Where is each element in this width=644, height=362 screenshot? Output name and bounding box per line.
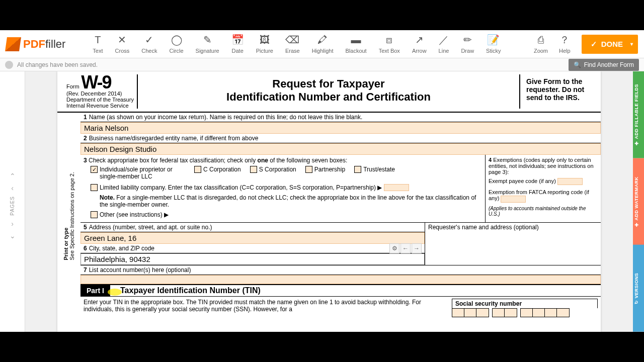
draw-tool[interactable]: ✏Draw [461, 35, 474, 54]
logo-mark-icon [5, 37, 21, 51]
fatca-code-field[interactable] [501, 196, 526, 203]
checkbox-individual[interactable]: ✓ [91, 166, 98, 173]
arrow-icon: ↗ [415, 35, 424, 46]
right-rail: ✚ ADD FILLABLE FIELDS ✚ ADD WATERMARK ↻ … [633, 71, 644, 332]
arrow-tool[interactable]: ↗Arrow [412, 35, 427, 54]
highlight-tool[interactable]: 🖍Highlight [312, 35, 334, 54]
textbox-tool[interactable]: ⧈Text Box [379, 35, 400, 54]
toolbar: PDFfiller TText✕Cross✓Check◯Circle✎Signa… [0, 30, 644, 58]
date-tool[interactable]: 📅Date [231, 35, 244, 54]
search-icon: 🔍 [574, 61, 581, 68]
form-number: W-9 [81, 72, 111, 93]
sticky-icon: 📝 [487, 35, 500, 46]
circle-icon: ◯ [171, 35, 182, 46]
cross-icon: ✕ [118, 35, 126, 46]
checkbox-other[interactable] [91, 211, 98, 218]
checkbox-ccorp[interactable] [194, 166, 201, 173]
document-page: Form W-9 (Rev. December 2014) Department… [57, 71, 601, 332]
page-next-icon[interactable]: › [11, 220, 14, 228]
text-icon: T [95, 35, 101, 46]
ssn-group-3[interactable] [520, 308, 570, 317]
field-next-icon[interactable]: → [412, 243, 422, 253]
exempt-payee-field[interactable] [557, 178, 583, 185]
checkbox-partnership[interactable] [305, 166, 312, 173]
ssn-group-1[interactable] [452, 308, 489, 317]
check-tool[interactable]: ✓Check [141, 35, 157, 54]
tools-group: TText✕Cross✓Check◯Circle✎Signature📅Date🖼… [93, 35, 527, 54]
signature-icon: ✎ [203, 35, 212, 46]
erase-tool[interactable]: ⌫Erase [285, 35, 300, 54]
checkbox-llc[interactable] [91, 184, 98, 191]
page-last-icon[interactable]: ⌄ [10, 232, 16, 240]
page-prev-icon[interactable]: ‹ [11, 184, 14, 192]
date-icon: 📅 [231, 35, 244, 46]
tab-versions[interactable]: ↻ VERSIONS [633, 245, 644, 332]
zoom-icon: ⎙ [538, 35, 544, 46]
status-text: All changes have been saved. [17, 61, 98, 68]
page-first-icon[interactable]: ⌃ [10, 172, 16, 180]
help-icon: ？ [559, 35, 570, 46]
checkbox-trust[interactable] [354, 166, 361, 173]
find-form-button[interactable]: 🔍Find Another Form [569, 59, 639, 71]
status-bar: All changes have been saved. 🔍Find Anoth… [0, 58, 644, 71]
field-settings-icon[interactable]: ⚙ [389, 243, 399, 253]
text-tool[interactable]: TText [93, 35, 103, 54]
tab-watermark[interactable]: ✚ ADD WATERMARK [633, 158, 644, 245]
chat-icon [5, 61, 13, 69]
textbox-icon: ⧈ [386, 35, 392, 46]
check-icon: ✓ [591, 40, 597, 49]
part-label: Part I [80, 285, 110, 296]
name-field[interactable]: Maria Nelson [80, 122, 601, 134]
highlight-cursor-icon [108, 289, 122, 296]
business-name-field[interactable]: Nelson Design Studio [80, 143, 601, 155]
done-button[interactable]: ✓DONE [582, 35, 638, 54]
account-numbers-field[interactable] [80, 275, 601, 284]
logo: PDFfiller [6, 37, 65, 51]
field-prev-icon[interactable]: ← [400, 243, 411, 253]
address-field[interactable]: Green Lane, 16 [80, 232, 425, 244]
line-icon: ／ [439, 35, 449, 46]
form-title: Request for Taxpayer [148, 77, 509, 90]
zoom-button[interactable]: ⎙Zoom [534, 35, 548, 54]
circle-tool[interactable]: ◯Circle [169, 35, 183, 54]
city-state-zip-field[interactable]: Philadelphia, 90432 [80, 253, 425, 265]
pages-rail: ⌃ ‹ PAGES › ⌄ [0, 71, 25, 332]
highlight-icon: 🖍 [317, 35, 328, 46]
checkbox-scorp[interactable] [250, 166, 257, 173]
blackout-tool[interactable]: ▬Blackout [345, 35, 366, 54]
blackout-icon: ▬ [351, 35, 361, 46]
sticky-tool[interactable]: 📝Sticky [486, 35, 501, 54]
cross-tool[interactable]: ✕Cross [115, 35, 130, 54]
ssn-group-2[interactable] [492, 308, 517, 317]
picture-tool[interactable]: 🖼Picture [256, 35, 273, 54]
check-icon: ✓ [145, 35, 153, 46]
picture-icon: 🖼 [260, 35, 270, 46]
tab-fillable-fields[interactable]: ✚ ADD FILLABLE FIELDS [633, 71, 644, 158]
line-tool[interactable]: ／Line [439, 35, 449, 54]
field-controls: ⚙ ← → [389, 243, 422, 253]
help-button[interactable]: ？Help [559, 35, 571, 54]
erase-icon: ⌫ [285, 35, 299, 46]
signature-tool[interactable]: ✎Signature [196, 35, 219, 54]
llc-classification-field[interactable] [384, 184, 409, 191]
draw-icon: ✏ [463, 35, 472, 46]
